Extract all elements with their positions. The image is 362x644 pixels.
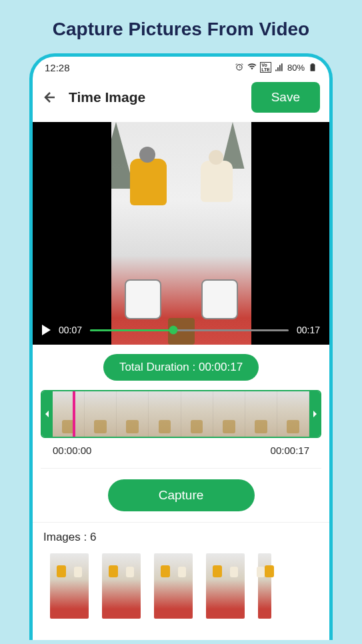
video-controls: 00:07 00:17 (33, 318, 329, 345)
timeline-end: 00:00:17 (271, 445, 309, 456)
total-time: 00:17 (297, 325, 320, 335)
timeline-start: 00:00:00 (53, 445, 91, 456)
battery-icon (308, 63, 317, 72)
back-icon[interactable] (42, 89, 58, 105)
duration-badge: Total Duration : 00:00:17 (103, 354, 259, 381)
app-bar: Time Image Save (33, 75, 329, 122)
app-title: Time Image (69, 89, 241, 105)
wifi-icon (247, 63, 257, 72)
save-button[interactable]: Save (251, 82, 320, 113)
battery-percent: 80% (287, 63, 305, 73)
timeline-frames[interactable] (53, 391, 309, 437)
video-frame (111, 122, 251, 345)
captured-thumbnail[interactable] (102, 553, 141, 619)
progress-handle[interactable] (169, 326, 178, 335)
capture-section: Capture (33, 469, 329, 523)
captured-thumbnail[interactable] (154, 553, 193, 619)
timeline-right-handle[interactable] (309, 391, 320, 437)
status-time: 12:28 (45, 62, 70, 73)
images-section: Images : 6 (33, 523, 329, 627)
captured-thumbnail[interactable] (50, 553, 89, 619)
captured-thumbnail[interactable] (206, 553, 245, 619)
status-bar: 12:28 VoLTE 80% (33, 57, 329, 75)
captured-images-row[interactable] (43, 553, 319, 619)
capture-button[interactable]: Capture (108, 479, 255, 511)
video-progress[interactable] (90, 329, 289, 331)
signal-icon (275, 63, 284, 72)
images-count-label: Images : 6 (43, 531, 319, 544)
timeline[interactable] (41, 390, 321, 438)
video-player[interactable]: 00:07 00:17 (33, 122, 329, 345)
timeline-labels: 00:00:00 00:00:17 (41, 438, 321, 469)
timeline-left-handle[interactable] (42, 391, 53, 437)
status-indicators: VoLTE 80% (235, 62, 317, 73)
alarm-icon (235, 63, 244, 72)
page-title: Capture Pictures From Video (0, 0, 362, 53)
lte-icon: VoLTE (260, 62, 271, 73)
svg-rect-1 (311, 63, 314, 65)
captured-thumbnail[interactable] (258, 553, 271, 619)
current-time: 00:07 (59, 325, 82, 335)
play-icon[interactable] (42, 325, 51, 335)
phone-frame: 12:28 VoLTE 80% Time Image Save 00:07 (29, 53, 333, 640)
playhead[interactable] (73, 391, 75, 437)
timeline-container: 00:00:00 00:00:17 (33, 390, 329, 469)
content-area: Total Duration : 00:00:17 00:00:00 00:00… (33, 354, 329, 627)
svg-rect-0 (311, 64, 315, 71)
